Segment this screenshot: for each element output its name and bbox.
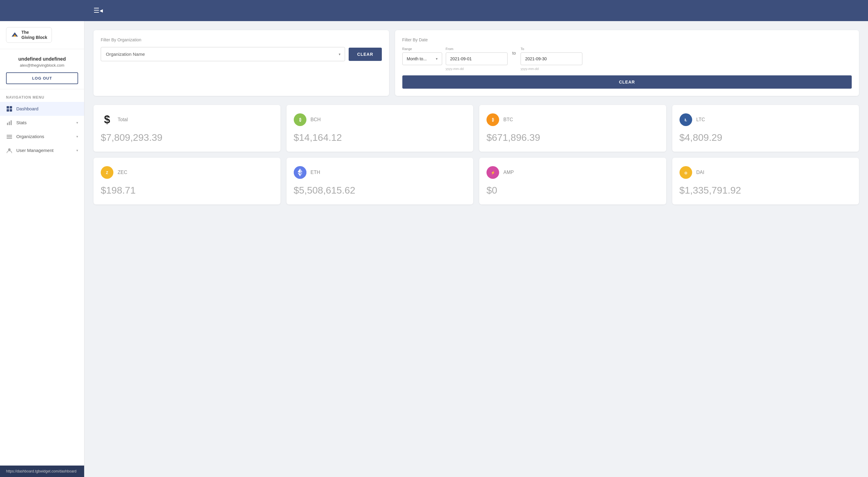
org-filter-row: Organization Name ▾ CLEAR (101, 47, 382, 61)
card-value-btc: $671,896.39 (487, 132, 659, 143)
user-name: undefined undefined (6, 56, 78, 62)
card-title-eth: ETH (311, 170, 320, 175)
organizations-icon (6, 133, 13, 140)
from-label: From (446, 47, 507, 51)
footer-url: https://dashboard.tgbwidget.com/dashboar… (6, 469, 76, 473)
svg-text:₿: ₿ (492, 118, 494, 122)
card-value-eth: $5,508,615.62 (294, 185, 466, 196)
card-value-zec: $198.71 (101, 185, 273, 196)
top-bar: ☰◂ (0, 0, 868, 21)
logo-text: The Giving Block (22, 30, 48, 40)
card-value-bch: $14,164.12 (294, 132, 466, 143)
sidebar: The Giving Block undefined undefined ale… (0, 21, 85, 477)
organizations-chevron-icon: ▾ (76, 134, 78, 139)
stat-card-btc: ₿ BTC $671,896.39 (479, 105, 666, 152)
from-field: From yyyy-mm-dd (446, 47, 507, 70)
ltc-icon: Ł (680, 114, 692, 126)
date-clear-row: CLEAR (402, 75, 852, 89)
sidebar-item-dashboard-label: Dashboard (16, 106, 38, 111)
main-content: Filter By Organization Organization Name… (85, 21, 868, 477)
card-value-amp: $0 (487, 185, 659, 196)
stats-cards-row1: $ Total $7,809,293.39 ₿ BCH $14,164.12 (93, 105, 859, 152)
sidebar-footer: https://dashboard.tgbwidget.com/dashboar… (0, 466, 84, 477)
svg-rect-8 (9, 122, 10, 125)
org-select[interactable]: Organization Name (101, 47, 345, 61)
card-value-dai: $1,335,791.92 (680, 185, 852, 196)
sidebar-item-organizations[interactable]: Organizations ▾ (0, 130, 84, 144)
stats-icon (6, 119, 13, 126)
range-select[interactable]: Month to... Custom Year to date (403, 53, 442, 65)
dai-icon: ◎ (680, 166, 692, 179)
svg-rect-10 (7, 135, 12, 136)
card-header-zec: Z ZEC (101, 166, 273, 179)
main-layout: The Giving Block undefined undefined ale… (0, 21, 868, 477)
amp-icon: ⚡ (487, 166, 499, 179)
stat-card-eth: ETH $5,508,615.62 (286, 158, 473, 204)
range-field: Range Month to... Custom Year to date ▾ (402, 47, 442, 65)
org-select-wrapper: Organization Name ▾ (101, 47, 345, 61)
card-title-ltc: LTC (696, 117, 705, 122)
user-email: alex@thegivingblock.com (6, 63, 78, 67)
card-value-total: $7,809,293.39 (101, 132, 273, 143)
logout-button[interactable]: LOG OUT (6, 72, 78, 84)
card-title-amp: AMP (503, 170, 514, 175)
svg-text:⚡: ⚡ (491, 170, 495, 175)
filter-date-label: Filter By Date (402, 37, 852, 42)
stat-card-total: $ Total $7,809,293.39 (93, 105, 280, 152)
sidebar-item-stats-label: Stats (16, 120, 27, 125)
to-input[interactable] (521, 53, 582, 65)
filter-org-panel: Filter By Organization Organization Name… (93, 30, 389, 96)
card-header-btc: ₿ BTC (487, 114, 659, 126)
stats-cards-row2: Z ZEC $198.71 (93, 158, 859, 204)
to-helper: yyyy-mm-dd (521, 67, 582, 70)
zec-icon: Z (101, 166, 114, 179)
sidebar-item-stats[interactable]: Stats ▾ (0, 116, 84, 130)
card-title-dai: DAI (696, 170, 705, 175)
stat-card-ltc: Ł LTC $4,809.29 (672, 105, 859, 152)
svg-rect-5 (7, 109, 9, 112)
filter-row: Filter By Organization Organization Name… (93, 30, 859, 96)
card-header-eth: ETH (294, 166, 466, 179)
total-icon: $ (101, 114, 114, 126)
svg-rect-7 (7, 123, 8, 125)
card-header-total: $ Total (101, 114, 273, 126)
card-header-ltc: Ł LTC (680, 114, 852, 126)
svg-text:◎: ◎ (684, 171, 687, 174)
card-header-amp: ⚡ AMP (487, 166, 659, 179)
stat-card-zec: Z ZEC $198.71 (93, 158, 280, 204)
filter-date-panel: Filter By Date Range Month to... Custom … (395, 30, 859, 96)
hamburger-icon[interactable]: ☰◂ (93, 7, 103, 14)
from-input[interactable] (446, 53, 507, 65)
to-field: To yyyy-mm-dd (521, 47, 582, 70)
stat-card-bch: ₿ BCH $14,164.12 (286, 105, 473, 152)
date-clear-button[interactable]: CLEAR (402, 75, 852, 89)
card-title-btc: BTC (503, 117, 513, 122)
user-management-chevron-icon: ▾ (76, 148, 78, 153)
logo-box: The Giving Block (6, 27, 52, 43)
org-clear-button[interactable]: CLEAR (349, 47, 381, 61)
from-helper: yyyy-mm-dd (446, 67, 507, 70)
card-title-bch: BCH (311, 117, 321, 122)
range-select-wrapper: Month to... Custom Year to date ▾ (402, 53, 442, 65)
filter-org-label: Filter By Organization (101, 37, 382, 42)
svg-text:Ł: Ł (685, 118, 687, 122)
svg-text:₿: ₿ (299, 117, 301, 122)
svg-rect-11 (7, 136, 12, 137)
sidebar-item-organizations-label: Organizations (16, 134, 44, 139)
to-label: To (521, 47, 582, 51)
logo-icon (10, 31, 19, 39)
sidebar-item-user-management[interactable]: User Management ▾ (0, 144, 84, 157)
sidebar-item-user-management-label: User Management (16, 148, 53, 153)
sidebar-user: undefined undefined alex@thegivingblock.… (0, 49, 84, 89)
svg-text:Z: Z (106, 171, 108, 175)
card-title-zec: ZEC (118, 170, 127, 175)
eth-icon (294, 166, 306, 179)
svg-rect-9 (10, 120, 12, 125)
stat-card-dai: ◎ DAI $1,335,791.92 (672, 158, 859, 204)
card-title-total: Total (118, 117, 128, 122)
sidebar-item-dashboard[interactable]: Dashboard (0, 102, 84, 116)
svg-rect-6 (10, 109, 12, 112)
svg-point-13 (8, 148, 10, 151)
bch-icon: ₿ (294, 114, 306, 126)
svg-rect-12 (7, 138, 12, 139)
